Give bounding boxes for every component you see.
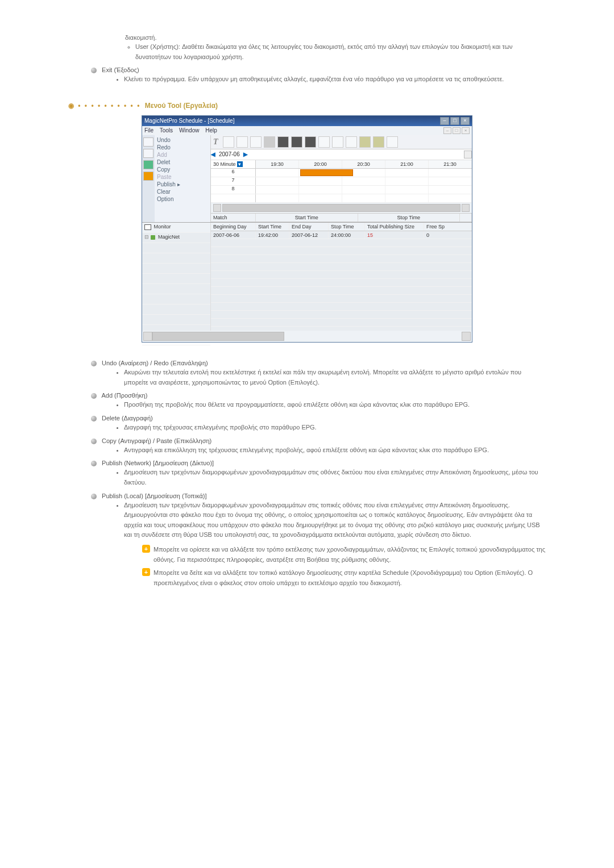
scroll-right-icon[interactable] — [462, 332, 471, 341]
window-titlebar: MagicNetPro Schedule - [Schedule] – □ × — [142, 116, 472, 126]
footer-label: Start Time — [256, 214, 358, 222]
col-header[interactable]: Stop Time — [329, 223, 365, 231]
menu-item-undo[interactable]: Undo — [157, 136, 208, 144]
section-title: Μενού Tool (Εργαλεία) — [145, 102, 218, 110]
toolbar-button[interactable] — [237, 136, 248, 148]
toolbar-button[interactable] — [305, 136, 316, 148]
bullet-icon — [91, 439, 97, 444]
footer-label: Match — [211, 214, 256, 222]
col-header[interactable]: End Day — [289, 223, 329, 231]
interval-select[interactable]: 30 Minute — [213, 161, 236, 167]
menu-item-add[interactable]: Add — [157, 151, 208, 158]
dropdown-icon[interactable]: ▾ — [237, 161, 243, 167]
cell: 2007-06-06 — [211, 231, 256, 239]
cell: 2007-06-12 — [289, 231, 329, 239]
menu-bar: File Tools Window Help – □ × — [142, 126, 472, 135]
mdi-minimize-icon[interactable]: – — [443, 127, 451, 134]
note-text: Μπορείτε να ορίσετε και να αλλάξετε τον … — [154, 545, 546, 565]
bullet-icon — [91, 494, 97, 499]
app-window: MagicNetPro Schedule - [Schedule] – □ × … — [142, 115, 472, 343]
plus-tip-icon: + — [142, 545, 150, 553]
toolbar-button[interactable] — [291, 136, 302, 148]
item-title: Add (Προσθήκη) — [101, 392, 147, 399]
scroll-left-icon[interactable] — [213, 204, 221, 212]
toolbar-button[interactable] — [223, 136, 234, 148]
tool-button[interactable] — [143, 149, 154, 158]
time-column: 21:30 — [429, 160, 472, 168]
row-label — [211, 194, 256, 202]
body-text: διακομιστή. — [125, 34, 546, 41]
menu-file[interactable]: File — [144, 127, 154, 133]
toolbar-button[interactable] — [387, 136, 398, 148]
decorative-dots: ◉ • • • • • • • • • • — [68, 102, 140, 110]
menu-window[interactable]: Window — [179, 127, 200, 133]
menu-item-clear[interactable]: Clear — [157, 188, 208, 195]
maximize-icon[interactable]: □ — [450, 117, 459, 125]
item-title: Copy (Αντιγραφή) / Paste (Επικόλληση) — [102, 437, 211, 444]
tool-button[interactable] — [143, 137, 154, 147]
cell: 15 — [365, 231, 424, 239]
list-item: User (Χρήστης): Διαθέτει δικαιώματα για … — [135, 42, 546, 62]
scrollbar-horizontal[interactable] — [222, 204, 460, 212]
toolbar-button[interactable] — [346, 136, 357, 148]
toolbar-button[interactable] — [277, 136, 289, 148]
timeline-grid[interactable]: 6 7 8 — [211, 169, 472, 203]
vertical-toolbar — [142, 135, 155, 222]
date-navigator: ◀ 2007-06 ▶ — [211, 149, 472, 160]
menu-help[interactable]: Help — [205, 127, 217, 133]
minimize-icon[interactable]: – — [440, 117, 449, 125]
tool-button[interactable] — [143, 172, 154, 181]
scrollbar-horizontal[interactable] — [152, 332, 284, 341]
mdi-close-icon[interactable]: × — [462, 127, 470, 134]
list-item: Κλείνει το πρόγραμμα. Εάν υπάρχουν μη απ… — [124, 74, 546, 85]
close-icon[interactable]: × — [460, 117, 470, 125]
redo-icon[interactable] — [373, 136, 384, 148]
bullet-icon — [91, 361, 97, 366]
col-header[interactable]: Beginning Day — [211, 223, 256, 231]
note-text: Μπορείτε να δείτε και να αλλάξετε τον το… — [154, 568, 546, 588]
next-arrow-icon[interactable]: ▶ — [243, 151, 248, 157]
bullet-icon — [91, 68, 97, 73]
menu-item-publish[interactable]: Publish ▸ — [157, 181, 208, 188]
scroll-left-icon[interactable] — [143, 332, 152, 341]
list-item: Ακυρώνει την τελευταία εντολή που εκτελέ… — [124, 368, 546, 387]
footer-label: Stop Time — [358, 214, 460, 222]
prev-arrow-icon[interactable]: ◀ — [211, 151, 215, 157]
mdi-maximize-icon[interactable]: □ — [453, 127, 460, 134]
tree-node[interactable]: ⊟ MagicNet — [142, 233, 210, 243]
list-item: Προσθήκη της προβολής που θέλετε να προγ… — [124, 400, 546, 410]
undo-icon[interactable] — [359, 136, 371, 148]
item-title: Publish (Network) [Δημοσίευση (Δίκτυο)] — [102, 460, 214, 466]
cell: 0 — [424, 231, 472, 239]
table-row[interactable]: 2007-06-06 19:42:00 2007-06-12 24:00:00 … — [211, 231, 472, 239]
cell: 19:42:00 — [256, 231, 289, 239]
toolbar-button[interactable] — [264, 136, 275, 148]
col-header[interactable]: Start Time — [256, 223, 289, 231]
monitor-icon — [144, 224, 151, 230]
menu-tools[interactable]: Tools — [160, 127, 173, 133]
time-column: 20:30 — [342, 160, 385, 168]
scroll-up-icon[interactable] — [464, 151, 472, 158]
main-toolbar: T — [211, 135, 472, 149]
scroll-right-icon[interactable] — [462, 204, 470, 212]
toolbar-button[interactable] — [318, 136, 330, 148]
time-column: 20:00 — [299, 160, 342, 168]
tool-button[interactable] — [143, 160, 154, 169]
col-header[interactable]: Total Publishing Size — [365, 223, 424, 231]
menu-item-redo[interactable]: Redo — [157, 144, 208, 151]
list-item: Δημοσίευση των τρεχόντων διαμορφωμένων χ… — [124, 500, 546, 540]
bullet-icon — [91, 461, 97, 466]
item-title: Exit (Έξοδος) — [102, 66, 139, 73]
menu-item-copy[interactable]: Copy — [157, 166, 208, 173]
menu-item-paste[interactable]: Paste — [157, 173, 208, 181]
col-header[interactable]: Free Sp — [424, 223, 472, 231]
menu-item-option[interactable]: Option — [157, 195, 208, 203]
scroll-corner-icon[interactable] — [460, 214, 472, 222]
row-label: 6 — [211, 169, 256, 177]
toolbar-button[interactable] — [332, 136, 343, 148]
node-icon — [151, 235, 155, 240]
menu-item-delete[interactable]: Delet — [157, 158, 208, 166]
toolbar-button[interactable] — [250, 136, 262, 148]
text-tool-icon[interactable]: T — [213, 137, 218, 147]
item-title: Undo (Αναίρεση) / Redo (Επανάληψη) — [102, 360, 208, 366]
